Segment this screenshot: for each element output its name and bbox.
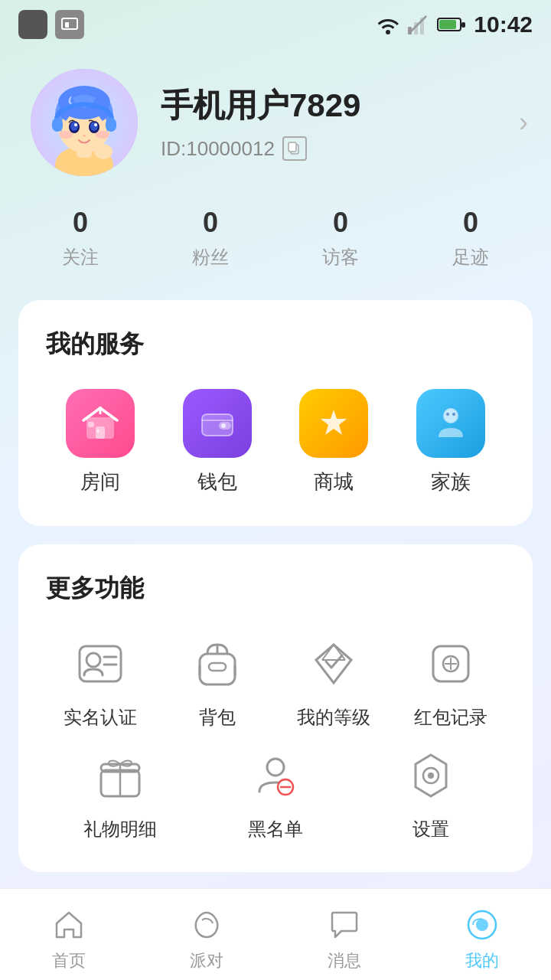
more-features-title: 更多功能 bbox=[46, 572, 505, 606]
svg-rect-7 bbox=[439, 20, 456, 29]
stat-visitors-label: 访客 bbox=[322, 245, 359, 270]
app-icon-2 bbox=[55, 10, 84, 39]
svg-point-62 bbox=[267, 759, 284, 776]
status-bar: 10:42 bbox=[0, 0, 551, 46]
feature-blacklist[interactable]: 黑名单 bbox=[201, 745, 349, 841]
profile-id: ID:10000012 bbox=[161, 136, 520, 161]
svg-point-43 bbox=[452, 413, 455, 416]
blacklist-label: 黑名单 bbox=[248, 817, 303, 841]
svg-rect-8 bbox=[461, 22, 465, 28]
svg-point-69 bbox=[476, 919, 488, 931]
profile-chevron-icon[interactable]: › bbox=[519, 106, 528, 139]
stat-visitors[interactable]: 0 访客 bbox=[322, 207, 359, 270]
features-row-2: 礼物明细 黑名单 bbox=[46, 745, 505, 841]
copy-id-button[interactable] bbox=[282, 136, 307, 161]
gifts-label: 礼物明细 bbox=[83, 817, 157, 841]
backpack-icon bbox=[187, 633, 248, 694]
svg-point-42 bbox=[446, 413, 449, 416]
service-family[interactable]: 家族 bbox=[396, 389, 506, 495]
feature-gifts[interactable]: 礼物明细 bbox=[46, 745, 194, 841]
svg-rect-50 bbox=[209, 663, 226, 671]
stat-fans-number: 0 bbox=[192, 207, 229, 239]
svg-point-45 bbox=[86, 653, 100, 667]
svg-rect-25 bbox=[52, 118, 63, 132]
nav-message-label: 消息 bbox=[328, 949, 361, 972]
stat-follows-number: 0 bbox=[62, 207, 99, 239]
gifts-icon bbox=[90, 745, 151, 806]
family-label: 家族 bbox=[431, 469, 471, 495]
my-services-title: 我的服务 bbox=[46, 328, 505, 361]
room-label: 房间 bbox=[80, 469, 120, 495]
stat-footprints-number: 0 bbox=[452, 207, 489, 239]
features-row-1: 实名认证 背包 bbox=[46, 633, 505, 730]
level-icon bbox=[303, 633, 364, 694]
status-time: 10:42 bbox=[474, 11, 533, 38]
profile-info: 手机用户7829 ID:10000012 bbox=[161, 84, 520, 161]
feature-realname[interactable]: 实名认证 bbox=[46, 633, 155, 730]
level-label: 我的等级 bbox=[297, 705, 370, 730]
nav-party-label: 派对 bbox=[190, 949, 223, 972]
svg-point-20 bbox=[74, 123, 77, 126]
stat-follows[interactable]: 0 关注 bbox=[62, 207, 99, 270]
avatar[interactable] bbox=[31, 69, 138, 176]
svg-rect-48 bbox=[200, 654, 235, 684]
svg-rect-32 bbox=[88, 422, 94, 427]
bottom-nav: 首页 派对 消息 我的 bbox=[0, 888, 551, 980]
shop-icon bbox=[299, 389, 368, 458]
service-room[interactable]: 房间 bbox=[46, 389, 155, 495]
room-icon bbox=[66, 389, 135, 458]
profile-section[interactable]: 手机用户7829 ID:10000012 › bbox=[0, 46, 551, 199]
feature-level[interactable]: 我的等级 bbox=[279, 633, 389, 730]
nav-message[interactable]: 消息 bbox=[276, 897, 413, 972]
svg-point-23 bbox=[96, 131, 109, 139]
party-nav-icon bbox=[187, 905, 227, 945]
stat-footprints[interactable]: 0 足迹 bbox=[452, 207, 489, 270]
feature-redpacket[interactable]: 红包记录 bbox=[396, 633, 506, 730]
svg-rect-26 bbox=[106, 118, 116, 132]
nav-home[interactable]: 首页 bbox=[0, 897, 138, 972]
svg-point-18 bbox=[70, 122, 78, 131]
home-nav-icon bbox=[49, 905, 89, 945]
more-features-card: 更多功能 实名认证 bbox=[18, 544, 533, 872]
feature-backpack[interactable]: 背包 bbox=[163, 633, 272, 730]
feature-settings[interactable]: 设置 bbox=[357, 745, 505, 841]
svg-rect-29 bbox=[289, 142, 296, 152]
blacklist-icon bbox=[245, 745, 306, 806]
services-grid: 房间 钱包 商城 bbox=[46, 389, 505, 495]
mine-nav-icon bbox=[462, 905, 502, 945]
shop-label: 商城 bbox=[314, 469, 354, 495]
svg-point-22 bbox=[59, 131, 73, 139]
status-left-icons bbox=[18, 10, 84, 39]
stats-row: 0 关注 0 粉丝 0 访客 0 足迹 bbox=[0, 199, 551, 300]
svg-rect-34 bbox=[97, 430, 99, 433]
redpacket-label: 红包记录 bbox=[414, 705, 487, 730]
svg-point-19 bbox=[90, 122, 98, 131]
svg-point-21 bbox=[94, 123, 97, 126]
nav-mine[interactable]: 我的 bbox=[413, 897, 551, 972]
profile-name: 手机用户7829 bbox=[161, 84, 520, 127]
service-wallet[interactable]: 钱包 bbox=[163, 389, 272, 495]
my-services-card: 我的服务 房间 bbox=[18, 300, 533, 526]
wallet-icon bbox=[183, 389, 252, 458]
stat-follows-label: 关注 bbox=[62, 245, 99, 270]
stat-visitors-number: 0 bbox=[322, 207, 359, 239]
svg-point-41 bbox=[445, 409, 457, 423]
status-right-icons: 10:42 bbox=[376, 11, 533, 38]
redpacket-icon bbox=[420, 633, 481, 694]
backpack-label: 背包 bbox=[199, 705, 236, 730]
stat-fans-label: 粉丝 bbox=[192, 245, 229, 270]
wallet-label: 钱包 bbox=[197, 469, 237, 495]
nav-home-label: 首页 bbox=[52, 949, 86, 972]
family-icon bbox=[416, 389, 485, 458]
svg-point-66 bbox=[428, 773, 434, 779]
svg-rect-67 bbox=[66, 929, 72, 937]
svg-rect-31 bbox=[96, 426, 105, 439]
realname-label: 实名认证 bbox=[64, 705, 137, 730]
stat-fans[interactable]: 0 粉丝 bbox=[192, 207, 229, 270]
service-shop[interactable]: 商城 bbox=[279, 389, 389, 495]
svg-point-38 bbox=[221, 423, 226, 428]
nav-party[interactable]: 派对 bbox=[138, 897, 276, 972]
realname-icon bbox=[70, 633, 131, 694]
app-icon-1 bbox=[18, 10, 47, 39]
svg-rect-1 bbox=[65, 22, 69, 28]
